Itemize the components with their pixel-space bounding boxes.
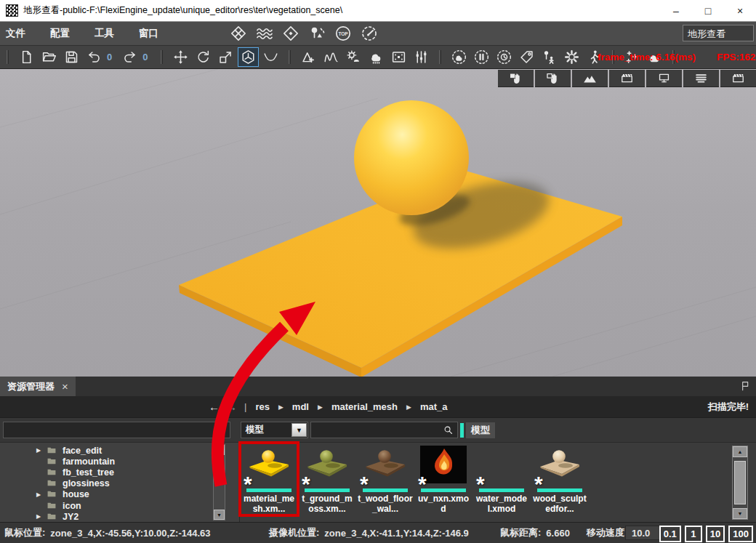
title-bar: 地形查看-public-F:\FlexiEngine_update\unique… <box>0 0 756 22</box>
tab-resource-manager[interactable]: 资源管理器 × <box>0 377 76 396</box>
scroll-up-button[interactable]: ▲ <box>733 446 747 457</box>
env-pause-button[interactable] <box>471 47 492 67</box>
screen-settings-button[interactable] <box>388 47 409 67</box>
mountains-button[interactable] <box>572 70 608 87</box>
scrollbar-thumb[interactable] <box>734 461 746 504</box>
weather-sun-button[interactable] <box>343 47 364 67</box>
movie-clip-b-button[interactable] <box>720 70 756 87</box>
grab-clone-button[interactable] <box>498 70 534 87</box>
breadcrumb-item[interactable]: mat_a <box>420 401 448 412</box>
asset-item[interactable]: *uv_nxn.xmod <box>416 444 471 514</box>
weather-rain-button[interactable] <box>366 47 387 67</box>
layers-button[interactable] <box>683 70 719 87</box>
speed-preset-button[interactable]: 100 <box>728 526 753 542</box>
grid-diamond-icon[interactable] <box>228 24 248 44</box>
modified-asterisk-badge: * <box>534 477 543 491</box>
pin-icon[interactable] <box>739 380 751 392</box>
tree-item[interactable]: ▶house <box>0 489 239 500</box>
asset-item[interactable]: *t_ground_moss.xm... <box>299 444 355 514</box>
scale-button[interactable] <box>215 47 236 67</box>
menu-icon-group: TOP <box>228 24 379 44</box>
asset-item[interactable]: *material_mesh.xm... <box>241 444 297 514</box>
scroll-down-button[interactable]: ▼ <box>214 510 225 520</box>
grab-button[interactable] <box>535 70 571 87</box>
speed-preset-button[interactable]: 1 <box>685 526 702 542</box>
scroll-up-button[interactable]: ▲ <box>214 445 225 455</box>
camera-position-value: zone_3_4,X:-41.1,Y:14.4,Z:-146.9 <box>324 528 468 539</box>
asset-search-box <box>310 422 458 438</box>
asset-grid-scrollbar[interactable]: ▲ ▼ <box>732 446 748 520</box>
movie-clip-button[interactable] <box>609 70 645 87</box>
minimize-button[interactable]: – <box>660 0 692 21</box>
asset-item[interactable]: *wood_sculptedfor... <box>532 444 587 514</box>
tag-button[interactable] <box>516 47 537 67</box>
speed-preset-button[interactable]: 0.1 <box>659 526 681 542</box>
tree-person-button[interactable] <box>539 47 560 67</box>
expander-icon[interactable]: ▶ <box>36 447 46 454</box>
close-button[interactable]: × <box>724 0 756 21</box>
tree-item[interactable]: ▶JY2 <box>0 511 239 522</box>
dropdown-arrow-icon[interactable]: ▼ <box>291 423 307 437</box>
mode-selector[interactable]: 地形查看 <box>683 25 754 41</box>
move-button[interactable] <box>170 47 191 67</box>
asset-item[interactable]: *t_wood_floor_wal... <box>358 444 413 514</box>
redo-button[interactable] <box>119 47 140 67</box>
tree-item[interactable]: glossiness <box>0 478 239 489</box>
type-filter-combo[interactable]: 模型 ▼ <box>241 422 308 438</box>
mouse-position-value: zone_3_4,X:-45.56,Y:10.00,Z:-144.63 <box>50 528 210 539</box>
tree-search-input[interactable] <box>4 425 215 435</box>
maximize-button[interactable]: □ <box>692 0 724 21</box>
walker-button[interactable] <box>584 47 605 67</box>
breadcrumb-item[interactable]: res <box>255 401 270 412</box>
tree-scrollbar[interactable]: ▲ ▼ <box>213 444 225 520</box>
open-folder-button[interactable] <box>39 47 60 67</box>
asset-item[interactable]: *water_model.xmod <box>474 444 529 514</box>
tree-item[interactable]: farmountain <box>0 456 239 467</box>
rotate-button[interactable] <box>193 47 214 67</box>
tree-item[interactable]: ▶face_edit <box>0 445 239 456</box>
breadcrumb-item[interactable]: material_mesh <box>331 401 398 412</box>
menu-item[interactable]: 工具 <box>94 27 114 40</box>
terrain-curve-button[interactable] <box>260 47 281 67</box>
breadcrumb-arrow-icon: ▶ <box>278 403 284 411</box>
menu-item[interactable]: 窗口 <box>139 27 158 40</box>
sliders-button[interactable] <box>411 47 432 67</box>
main-toolbar: 00 <box>0 45 756 69</box>
axis-select-button[interactable] <box>238 47 259 67</box>
folder-icon <box>46 467 58 478</box>
expander-icon[interactable]: ▶ <box>36 513 46 520</box>
scroll-down-button[interactable]: ▼ <box>733 508 747 519</box>
display-button[interactable] <box>646 70 682 87</box>
cloud-button[interactable] <box>644 47 665 67</box>
undo-button[interactable] <box>84 47 105 67</box>
gauge-icon[interactable] <box>359 24 379 44</box>
expander-icon[interactable]: ▶ <box>36 491 46 498</box>
top-view-icon[interactable]: TOP <box>333 24 353 44</box>
gear-button[interactable] <box>561 47 582 67</box>
sparkle-button[interactable] <box>622 47 643 67</box>
menu-item[interactable]: 配置 <box>50 27 70 40</box>
diamond-dot-icon[interactable] <box>281 24 300 44</box>
tab-close-icon[interactable]: × <box>62 381 68 392</box>
waves-icon[interactable] <box>254 24 274 44</box>
back-arrow-icon[interactable]: ← <box>209 401 220 413</box>
forward-arrow-icon[interactable]: → <box>226 401 237 413</box>
env-clock-button[interactable] <box>494 47 515 67</box>
speed-preset-button[interactable]: 10 <box>706 526 725 542</box>
3d-viewport[interactable] <box>0 69 756 377</box>
asset-search-input[interactable] <box>311 425 443 435</box>
tree-item[interactable]: fb_test_tree <box>0 467 239 478</box>
tree-item[interactable]: icon <box>0 500 239 511</box>
type-accent-bar <box>305 488 350 492</box>
scrollbar-thumb[interactable] <box>214 469 224 482</box>
save-button[interactable] <box>61 47 82 67</box>
env-cloud-button[interactable] <box>449 47 470 67</box>
new-file-button[interactable] <box>16 47 37 67</box>
move-speed-input[interactable] <box>625 526 660 540</box>
menu-item[interactable]: 文件 <box>6 27 25 40</box>
mountain-noise-button[interactable] <box>321 47 342 67</box>
speed-presets: 0.1110100 <box>659 526 753 542</box>
mountain-add-button[interactable] <box>298 47 319 67</box>
vegetation-icon[interactable] <box>307 24 326 44</box>
breadcrumb-item[interactable]: mdl <box>292 401 309 412</box>
